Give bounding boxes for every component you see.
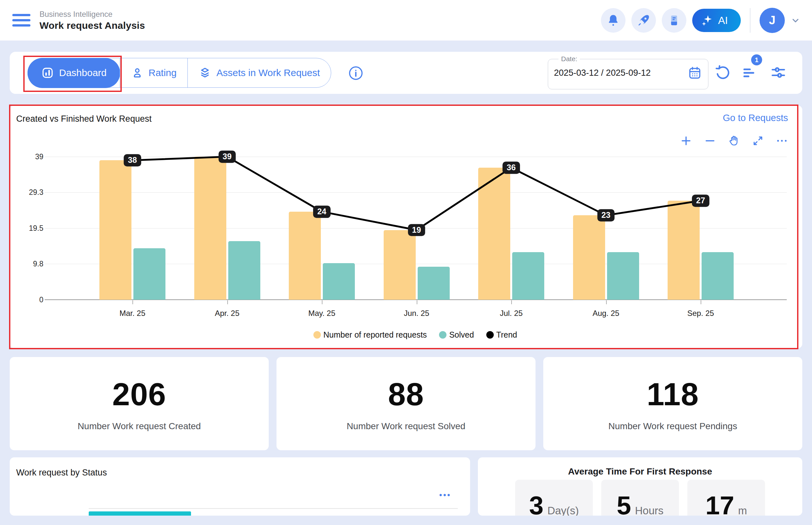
- tab-dashboard-label: Dashboard: [59, 67, 107, 78]
- y-axis-tick-label: 19.5: [16, 224, 43, 233]
- legend-label: Solved: [449, 330, 474, 340]
- trend-value-label: 39: [219, 150, 236, 163]
- bell-icon: [607, 14, 620, 27]
- tile-value: 5: [617, 491, 631, 515]
- status-card-title: Work request by Status: [16, 468, 107, 478]
- stat-value: 206: [112, 376, 166, 413]
- notifications-button[interactable]: [601, 8, 625, 33]
- date-range-value: 2025-03-12 / 2025-09-12: [554, 68, 651, 78]
- chart-legend: Number of reported requestsSolvedTrend: [47, 330, 783, 340]
- go-to-requests-link[interactable]: Go to Requests: [723, 112, 788, 123]
- toolbar-panel: Dashboard Rating Assets in Work Request: [10, 52, 802, 94]
- tab-assets-in-work-request[interactable]: Assets in Work Request: [188, 58, 331, 87]
- status-bar-segment: [89, 511, 191, 515]
- filter-icon[interactable]: [741, 64, 758, 81]
- stat-label: Number Work request Created: [78, 421, 201, 432]
- average-response-card: Average Time For First Response 3 Day(s)…: [478, 457, 802, 515]
- settings-sliders-icon[interactable]: [770, 64, 787, 81]
- y-axis-tick-label: 0: [16, 296, 43, 304]
- trend-value-label: 38: [124, 154, 141, 167]
- tab-rating[interactable]: Rating: [120, 58, 188, 87]
- person-icon: [131, 67, 144, 79]
- stat-label: Number Work request Pendings: [608, 421, 737, 432]
- tile-unit: Hours: [635, 505, 663, 515]
- view-tabs: Dashboard Rating Assets in Work Request: [28, 58, 331, 88]
- tile-unit: Day(s): [547, 505, 579, 515]
- avatar[interactable]: J: [759, 8, 785, 33]
- y-axis-tick-label: 29.3: [16, 188, 43, 196]
- zoom-out-icon[interactable]: [704, 135, 716, 147]
- tab-assets-label: Assets in Work Request: [216, 67, 320, 78]
- response-tile-minutes: 17 m: [687, 480, 765, 515]
- stat-card-pendings: 118 Number Work request Pendings: [543, 357, 802, 450]
- x-axis-label: Jun. 25: [387, 309, 446, 318]
- stat-value: 88: [388, 376, 424, 413]
- x-axis-label: Jul. 25: [482, 309, 540, 318]
- stat-card-solved: 88 Number Work request Solved: [277, 357, 535, 450]
- tab-dashboard[interactable]: Dashboard: [28, 58, 120, 88]
- trend-value-label: 24: [313, 206, 330, 218]
- top-header: Business Intelligence Work request Analy…: [0, 0, 812, 41]
- tile-value: 17: [706, 491, 734, 515]
- x-axis-label: Aug. 25: [577, 309, 635, 318]
- whats-new-button[interactable]: [631, 8, 656, 33]
- refresh-icon[interactable]: [714, 64, 731, 81]
- x-axis-tick: [132, 300, 133, 304]
- y-axis-tick-label: 9.8: [16, 259, 43, 268]
- x-axis-label: Apr. 25: [198, 309, 256, 318]
- x-axis-label: May. 25: [293, 309, 351, 318]
- x-axis-tick: [417, 300, 417, 304]
- hamburger-menu-icon[interactable]: [12, 14, 30, 27]
- chart-title: Created vs Finished Work Request: [16, 114, 151, 124]
- legend-dot-icon: [486, 331, 494, 339]
- tile-value: 3: [529, 491, 544, 515]
- date-range-field[interactable]: Date: 2025-03-12 / 2025-09-12: [548, 55, 708, 89]
- sparkles-icon: [700, 14, 713, 27]
- y-axis-tick-label: 39: [16, 152, 43, 161]
- pan-hand-icon[interactable]: [728, 135, 740, 147]
- legend-item[interactable]: Trend: [486, 330, 517, 340]
- x-axis-tick: [511, 300, 512, 304]
- response-card-title: Average Time For First Response: [478, 466, 802, 477]
- fullscreen-icon[interactable]: [752, 135, 764, 147]
- page: Business Intelligence Work request Analy…: [0, 0, 812, 525]
- x-axis-label: Mar. 25: [103, 309, 162, 318]
- calendar-icon[interactable]: [687, 65, 702, 80]
- x-axis-label: Sep. 25: [671, 309, 730, 318]
- legend-item[interactable]: Number of reported requests: [313, 330, 427, 340]
- breadcrumb: Business Intelligence: [40, 10, 145, 19]
- work-request-by-status-card: Work request by Status •••: [10, 457, 470, 515]
- page-title: Work request Analysis: [40, 20, 145, 31]
- tab-rating-label: Rating: [149, 67, 177, 78]
- header-titles: Business Intelligence Work request Analy…: [40, 10, 145, 31]
- ai-assistant-button[interactable]: AI: [692, 9, 741, 32]
- date-field-label: Date:: [559, 55, 580, 63]
- x-axis-tick: [322, 300, 323, 304]
- ai-button-label: AI: [718, 15, 728, 27]
- response-tiles: 3 Day(s) 5 Hours 17 m: [478, 480, 802, 515]
- stat-value: 118: [647, 376, 699, 413]
- legend-dot-icon: [439, 331, 446, 339]
- layers-icon: [199, 67, 211, 79]
- header-divider: [750, 8, 751, 33]
- avatar-initial: J: [769, 14, 776, 27]
- tile-unit: m: [738, 505, 747, 515]
- docs-button[interactable]: [662, 8, 686, 33]
- info-icon[interactable]: [349, 66, 363, 80]
- legend-item[interactable]: Solved: [439, 330, 474, 340]
- response-tile-hours: 5 Hours: [601, 480, 679, 515]
- legend-dot-icon: [313, 331, 321, 339]
- chart-toolbar: [680, 135, 788, 147]
- filter-count-badge: 1: [751, 55, 762, 65]
- legend-label: Trend: [496, 330, 517, 340]
- chevron-down-icon[interactable]: [791, 16, 800, 25]
- stat-label: Number Work request Solved: [347, 421, 466, 432]
- trend-value-label: 19: [408, 224, 425, 236]
- zoom-in-icon[interactable]: [680, 135, 692, 147]
- response-tile-days: 3 Day(s): [515, 480, 593, 515]
- more-options-icon[interactable]: •••: [439, 490, 451, 499]
- trend-value-label: 23: [597, 209, 615, 222]
- more-options-icon[interactable]: [776, 135, 788, 147]
- journal-icon: [668, 14, 680, 27]
- chart-card: Created vs Finished Work Request Go to R…: [10, 106, 802, 348]
